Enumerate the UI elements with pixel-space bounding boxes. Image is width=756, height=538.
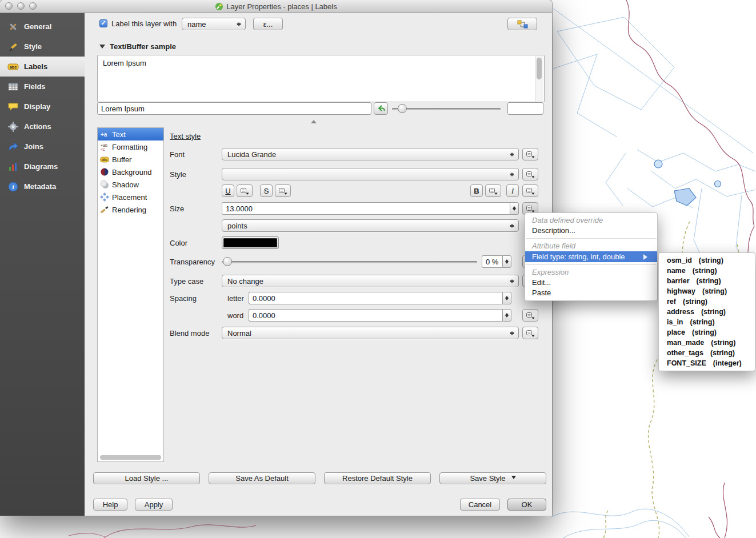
sidebar-item-fields[interactable]: Fields	[0, 77, 85, 97]
labels-panel: Label this layer with name ε... Text/Buf…	[85, 13, 552, 516]
sidebar-item-labels[interactable]: abc Labels	[0, 57, 85, 77]
italic-button[interactable]: I	[506, 184, 519, 197]
collapse-triangle-icon[interactable]	[99, 45, 105, 51]
transparency-spinbox[interactable]	[482, 255, 511, 268]
letter-spacing-input[interactable]	[249, 292, 502, 304]
transparency-label: Transparency	[170, 258, 215, 266]
underline-button[interactable]: U	[222, 184, 234, 197]
field-item-font-size[interactable]: FONT_SIZE(integer)	[659, 358, 755, 368]
word-spacing-spinbox[interactable]	[249, 309, 511, 322]
reset-sample-button[interactable]	[374, 102, 388, 115]
ok-button[interactable]: OK	[507, 499, 546, 511]
tab-shadow[interactable]: Shadow	[98, 178, 163, 191]
save-style-button[interactable]: Save Style	[439, 472, 546, 484]
style-label: Style	[170, 170, 186, 179]
sidebar-item-display[interactable]: Display	[0, 97, 85, 117]
style-data-defined-button[interactable]	[522, 168, 538, 180]
restore-default-style-button[interactable]: Restore Default Style	[324, 472, 431, 484]
field-item-address[interactable]: address(string)	[659, 307, 755, 317]
transparency-slider[interactable]	[222, 255, 477, 268]
tab-background[interactable]: Background	[98, 166, 163, 178]
svg-text:+ab: +ab	[101, 143, 107, 147]
help-button[interactable]: Help	[93, 499, 127, 511]
font-data-defined-button[interactable]	[522, 148, 538, 160]
tab-text[interactable]: +a Text	[98, 128, 163, 140]
data-defined-icon	[526, 170, 535, 179]
minimize-window-button[interactable]	[17, 2, 25, 10]
apply-button[interactable]: Apply	[135, 499, 173, 511]
blend-mode-combo[interactable]: Normal	[222, 327, 519, 339]
tab-formatting[interactable]: +ab<c Formatting	[98, 140, 163, 153]
strikethrough-data-defined-button[interactable]	[275, 184, 291, 197]
sample-size-field[interactable]	[507, 102, 543, 115]
text-style-section-title: Text style	[170, 132, 201, 140]
tab-placement[interactable]: Placement	[98, 191, 163, 203]
label-field-combo[interactable]: name	[182, 18, 246, 30]
tab-buffer[interactable]: abc Buffer	[98, 153, 163, 166]
field-item-other-tags[interactable]: other_tags(string)	[659, 348, 755, 358]
field-item-highway[interactable]: highway(string)	[659, 286, 755, 296]
strikethrough-button[interactable]: S	[260, 184, 273, 197]
field-item-man-made[interactable]: man_made(string)	[659, 338, 755, 348]
save-as-default-button[interactable]: Save As Default	[209, 472, 315, 484]
slider-thumb[interactable]	[223, 257, 232, 266]
font-combo[interactable]: Lucida Grande	[222, 148, 519, 160]
close-window-button[interactable]	[5, 2, 13, 10]
load-style-button[interactable]: Load Style ...	[93, 472, 200, 484]
label-layer-checkbox[interactable]	[99, 19, 107, 27]
letter-spacing-stepper[interactable]	[502, 292, 511, 304]
tab-label: Placement	[112, 193, 147, 202]
preview-scrollbar-thumb[interactable]	[537, 58, 542, 79]
underline-data-defined-button[interactable]	[237, 184, 253, 197]
size-stepper[interactable]	[510, 202, 519, 215]
menu-item-description[interactable]: Description...	[525, 226, 657, 236]
sidebar-item-general[interactable]: General	[0, 17, 85, 37]
undo-arrow-icon	[377, 104, 386, 113]
cancel-button[interactable]: Cancel	[460, 499, 500, 511]
field-item-name[interactable]: name(string)	[659, 266, 755, 276]
tab-rendering[interactable]: Rendering	[98, 203, 163, 216]
field-item-is-in[interactable]: is_in(string)	[659, 317, 755, 327]
size-input[interactable]	[222, 202, 510, 215]
sidebar-item-style[interactable]: Style	[0, 37, 85, 57]
word-spacing-stepper[interactable]	[502, 309, 511, 322]
letter-spacing-spinbox[interactable]	[249, 292, 511, 304]
sidebar-item-actions[interactable]: Actions	[0, 117, 85, 136]
font-color-button[interactable]	[222, 236, 279, 249]
size-spinbox[interactable]	[222, 202, 519, 215]
sample-text-input[interactable]	[97, 102, 371, 115]
zoom-window-button[interactable]	[29, 2, 37, 10]
field-item-ref[interactable]: ref(string)	[659, 296, 755, 307]
sample-size-slider[interactable]	[392, 102, 501, 115]
field-item-osm-id[interactable]: osm_id(string)	[659, 255, 755, 266]
style-combo[interactable]	[222, 168, 519, 180]
transparency-input[interactable]	[482, 255, 502, 268]
size-units-combo[interactable]: points	[222, 219, 519, 232]
italic-data-defined-button[interactable]	[522, 184, 538, 197]
sidebar-item-diagrams[interactable]: Diagrams	[0, 156, 85, 176]
preview-scrollbar[interactable]	[535, 56, 543, 101]
expression-button[interactable]: ε...	[253, 18, 283, 30]
combo-arrows-icon	[509, 221, 516, 231]
menu-item-edit[interactable]: Edit...	[525, 278, 657, 288]
slider-thumb[interactable]	[398, 104, 407, 113]
bold-data-defined-button[interactable]	[485, 184, 501, 197]
spacing-data-defined-button[interactable]	[522, 309, 538, 322]
auto-placement-settings-button[interactable]	[507, 18, 537, 30]
combo-arrows-icon	[509, 170, 516, 179]
field-item-place[interactable]: place(string)	[659, 327, 755, 338]
type-case-combo[interactable]: No change	[222, 275, 519, 287]
word-spacing-input[interactable]	[249, 309, 502, 322]
sidebar-item-metadata[interactable]: i Metadata	[0, 176, 85, 196]
menu-item-paste[interactable]: Paste	[525, 288, 657, 298]
field-item-barrier[interactable]: barrier(string)	[659, 276, 755, 286]
window-titlebar[interactable]: Layer Properties - places | Labels	[0, 0, 552, 13]
tabs-horizontal-scrollbar[interactable]	[100, 455, 161, 460]
blend-mode-data-defined-button[interactable]	[522, 327, 538, 339]
transparency-stepper[interactable]	[502, 255, 511, 268]
menu-item-field-type[interactable]: Field type: string, int, double	[525, 251, 657, 262]
paintbrush-icon	[7, 41, 19, 53]
bold-button[interactable]: B	[470, 184, 483, 197]
splitter-handle-icon[interactable]	[311, 117, 317, 123]
sidebar-item-joins[interactable]: Joins	[0, 136, 85, 156]
